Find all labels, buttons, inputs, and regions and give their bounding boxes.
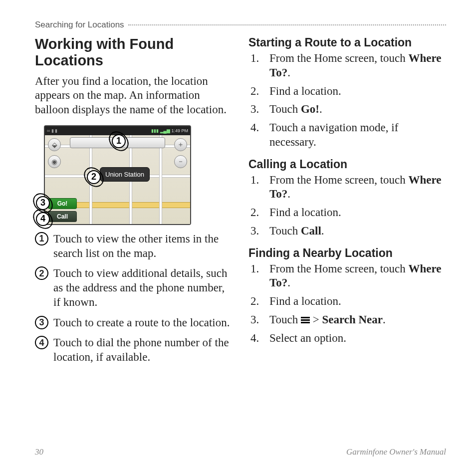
- left-column: Working with Found Locations After you f…: [35, 36, 233, 371]
- step: Touch a navigation mode, if necessary.: [248, 121, 446, 150]
- legend-item: 2 Touch to view additional details, such…: [35, 266, 233, 309]
- callout-1: 1: [112, 134, 126, 148]
- step: From the Home screen, touch Where To?.: [248, 262, 446, 291]
- manual-title: Garminfone Owner's Manual: [346, 447, 446, 457]
- section-intro: After you find a location, the location …: [35, 74, 233, 117]
- step: From the Home screen, touch Where To?.: [248, 173, 446, 202]
- callout-4: 4: [36, 212, 50, 226]
- compass-button[interactable]: ⬙: [48, 138, 61, 151]
- subsection-heading: Starting a Route to a Location: [248, 36, 446, 49]
- layers-button[interactable]: ◉: [48, 155, 61, 168]
- legend-number: 4: [35, 336, 48, 349]
- step: Touch Go!.: [248, 102, 446, 117]
- step: Find a location.: [248, 84, 446, 99]
- legend-number: 1: [35, 232, 48, 245]
- running-header: Searching for Locations: [35, 20, 446, 30]
- callout-3: 3: [36, 196, 50, 210]
- legend-text: Touch to view additional details, such a…: [53, 266, 233, 309]
- subsection-heading: Calling a Location: [248, 158, 446, 171]
- header-rule: [128, 24, 446, 25]
- step: Touch Call.: [248, 224, 446, 238]
- page-footer: 30 Garminfone Owner's Manual: [35, 447, 446, 457]
- legend-number: 2: [35, 266, 48, 280]
- legend-item: 1 Touch to view the other items in the s…: [35, 232, 233, 261]
- subsection-heading: Finding a Nearby Location: [248, 246, 446, 260]
- step: Select an option.: [248, 331, 446, 346]
- legend-text: Touch to view the other items in the sea…: [53, 232, 233, 261]
- callout-legend: 1 Touch to view the other items in the s…: [35, 232, 233, 365]
- menu-icon: [301, 316, 310, 324]
- legend-number: 3: [35, 316, 48, 329]
- info-balloon[interactable]: Union Station: [100, 167, 150, 182]
- balloon-label: Union Station: [105, 171, 144, 178]
- step: Find a location.: [248, 294, 446, 309]
- zoom-out-button[interactable]: －: [174, 155, 187, 168]
- header-text: Searching for Locations: [35, 20, 128, 30]
- steps-list: From the Home screen, touch Where To?. F…: [248, 51, 446, 150]
- legend-text: Touch to create a route to the location.: [53, 316, 233, 330]
- zoom-in-button[interactable]: ＋: [174, 138, 187, 151]
- steps-list: From the Home screen, touch Where To?. F…: [248, 262, 446, 346]
- section-heading: Working with Found Locations: [35, 36, 233, 69]
- step: From the Home screen, touch Where To?.: [248, 51, 446, 80]
- legend-item: 4 Touch to dial the phone number of the …: [35, 336, 233, 365]
- legend-item: 3 Touch to create a route to the locatio…: [35, 316, 233, 330]
- device-screenshot: ∞ ▮ ▮ ▮▮▮ ▂▄▆ 1:49 PM ⬙ ◉ ＋ －: [44, 125, 191, 225]
- page-number: 30: [35, 447, 43, 457]
- right-column: Starting a Route to a Location From the …: [248, 36, 446, 371]
- callout-2: 2: [87, 170, 101, 184]
- status-time: 1:49 PM: [171, 128, 188, 133]
- steps-list: From the Home screen, touch Where To?. F…: [248, 173, 446, 238]
- legend-text: Touch to dial the phone number of the lo…: [53, 336, 233, 365]
- step: Touch > Search Near.: [248, 313, 446, 327]
- step: Find a location.: [248, 206, 446, 220]
